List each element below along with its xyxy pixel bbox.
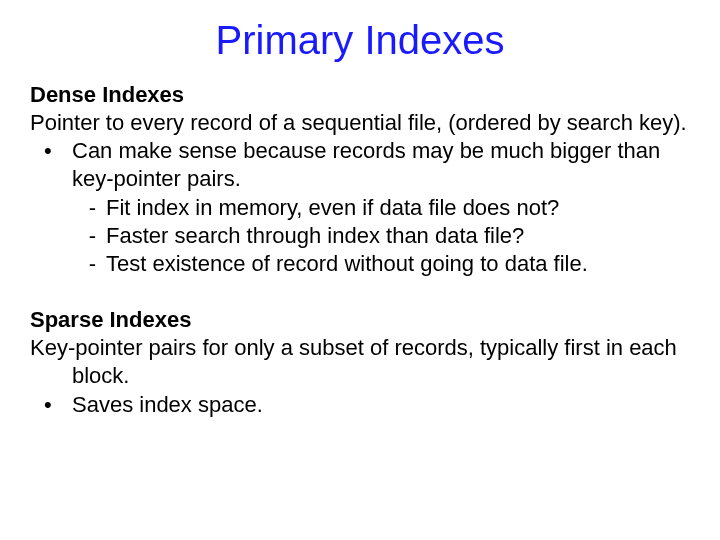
dense-heading: Dense Indexes: [30, 81, 690, 109]
bullet-icon: •: [30, 391, 72, 419]
dense-bullet: • Can make sense because records may be …: [30, 137, 690, 193]
bullet-icon: •: [30, 137, 72, 193]
dense-sub-3: - Test existence of record without going…: [30, 250, 690, 278]
sparse-intro: Key-pointer pairs for only a subset of r…: [30, 334, 690, 390]
sparse-bullet-text: Saves index space.: [72, 391, 690, 419]
dense-bullet-text: Can make sense because records may be mu…: [72, 137, 690, 193]
dash-icon: -: [30, 250, 106, 278]
dense-sub-1: - Fit index in memory, even if data file…: [30, 194, 690, 222]
dash-icon: -: [30, 194, 106, 222]
dense-sub-2: - Faster search through index than data …: [30, 222, 690, 250]
dense-sub-2-text: Faster search through index than data fi…: [106, 222, 690, 250]
dense-sub-1-text: Fit index in memory, even if data file d…: [106, 194, 690, 222]
slide-title: Primary Indexes: [30, 18, 690, 63]
dash-icon: -: [30, 222, 106, 250]
sparse-bullet: • Saves index space.: [30, 391, 690, 419]
dense-intro: Pointer to every record of a sequential …: [30, 109, 690, 137]
dense-sub-3-text: Test existence of record without going t…: [106, 250, 690, 278]
sparse-heading: Sparse Indexes: [30, 306, 690, 334]
